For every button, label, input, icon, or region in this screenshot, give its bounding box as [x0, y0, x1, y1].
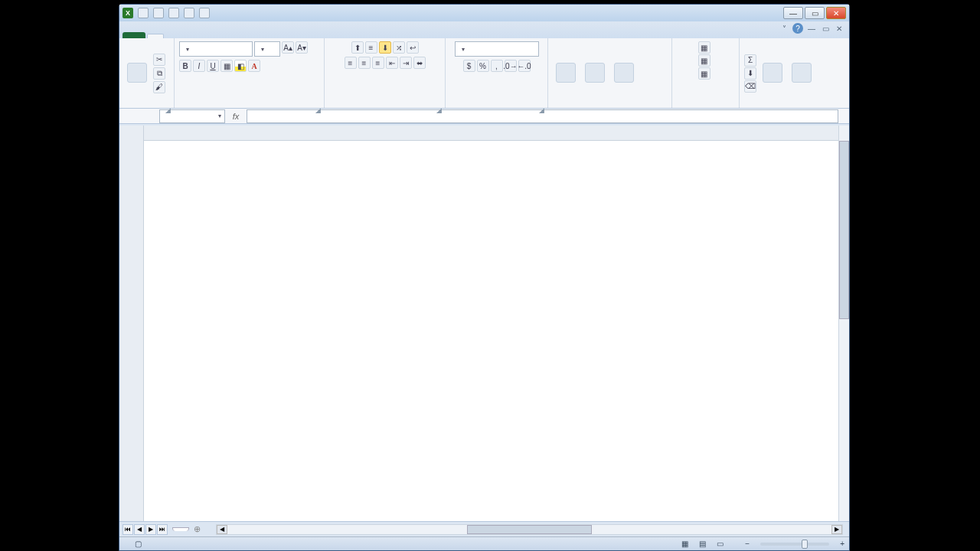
- group-label-alignment: ◢: [329, 105, 440, 106]
- sheet-tab-active[interactable]: [172, 527, 189, 531]
- merge-center-icon[interactable]: ⬌: [413, 57, 426, 69]
- conditional-formatting-button[interactable]: [553, 61, 579, 86]
- group-label-styles: [553, 105, 667, 106]
- grid[interactable]: [144, 126, 849, 521]
- status-bar: ▢ ▦ ▤ ▭ − +: [119, 536, 849, 550]
- align-middle-icon[interactable]: ≡: [365, 41, 377, 54]
- percent-format-icon[interactable]: %: [477, 60, 489, 72]
- tab-file[interactable]: [122, 32, 145, 38]
- conditional-formatting-icon: [556, 63, 576, 83]
- vertical-scrollbar[interactable]: [838, 126, 849, 521]
- new-sheet-icon[interactable]: ⊕: [194, 524, 201, 534]
- group-label-editing: [744, 105, 835, 106]
- align-bottom-icon[interactable]: ⬇: [379, 41, 391, 54]
- align-top-icon[interactable]: ⬆: [351, 41, 364, 54]
- undo-icon[interactable]: [153, 8, 164, 18]
- accounting-format-icon[interactable]: $: [463, 60, 475, 72]
- worksheet[interactable]: [119, 126, 849, 521]
- macro-record-icon[interactable]: ▢: [135, 540, 142, 548]
- vscroll-thumb[interactable]: [839, 141, 849, 319]
- group-label-font: ◢: [179, 105, 319, 106]
- clear-icon[interactable]: ⌫: [744, 80, 756, 93]
- tab-page-layout[interactable]: [184, 33, 201, 38]
- format-cells-icon[interactable]: ▦: [698, 67, 710, 80]
- hscroll-right[interactable]: ▶: [831, 525, 842, 534]
- tab-data[interactable]: [220, 33, 237, 38]
- hscroll-left[interactable]: ◀: [217, 525, 227, 534]
- font-name-combo[interactable]: ▾: [179, 41, 253, 57]
- minimize-button[interactable]: —: [783, 7, 803, 19]
- sheet-nav-first[interactable]: ⏮: [122, 524, 133, 535]
- border-button[interactable]: ▦: [220, 60, 233, 72]
- shrink-font-icon[interactable]: A▾: [296, 41, 308, 54]
- fx-icon[interactable]: fx: [230, 112, 242, 121]
- increase-decimal-icon[interactable]: .0→: [505, 60, 517, 72]
- ribbon-tabs: ˅ ? — ▭ ✕: [119, 21, 849, 38]
- tab-addins[interactable]: [276, 33, 292, 38]
- cut-icon[interactable]: ✂: [153, 54, 165, 66]
- increase-indent-icon[interactable]: ⇥: [400, 57, 412, 69]
- group-label-clipboard: ◢: [124, 105, 169, 106]
- redo-icon[interactable]: [168, 8, 179, 18]
- view-pagebreak-icon[interactable]: ▭: [717, 540, 724, 548]
- find-select-button[interactable]: [789, 61, 815, 86]
- tab-insert[interactable]: [165, 33, 182, 38]
- titlebar: X — ▭ ✕: [119, 5, 849, 21]
- group-label-cells: [677, 105, 734, 106]
- decrease-decimal-icon[interactable]: ←.0: [518, 60, 531, 72]
- sheet-nav-prev[interactable]: ◀: [134, 524, 145, 535]
- tab-view[interactable]: [257, 33, 274, 38]
- delete-cells-icon[interactable]: ▦: [698, 54, 710, 67]
- save-icon[interactable]: [138, 8, 149, 18]
- comma-format-icon[interactable]: ,: [491, 60, 503, 72]
- formula-bar-row: ▾ fx: [119, 109, 849, 124]
- grow-font-icon[interactable]: A▴: [282, 41, 294, 54]
- tab-review[interactable]: [239, 33, 256, 38]
- orientation-icon[interactable]: ⤮: [393, 41, 405, 54]
- tab-formulas[interactable]: [202, 33, 219, 38]
- horizontal-scrollbar[interactable]: ◀ ▶: [216, 524, 843, 535]
- view-layout-icon[interactable]: ▤: [699, 540, 706, 548]
- doc-close-icon[interactable]: ✕: [834, 23, 844, 34]
- sort-filter-button[interactable]: [760, 61, 786, 86]
- font-color-button[interactable]: A: [248, 60, 260, 72]
- zoom-out-button[interactable]: −: [745, 540, 750, 548]
- format-as-table-icon: [585, 63, 605, 83]
- sort-filter-icon: [763, 63, 782, 83]
- cell-styles-button[interactable]: [611, 61, 637, 86]
- fill-icon[interactable]: ⬇: [744, 67, 756, 80]
- hscroll-thumb[interactable]: [467, 525, 592, 534]
- maximize-button[interactable]: ▭: [805, 7, 825, 19]
- decrease-indent-icon[interactable]: ⇤: [386, 57, 398, 69]
- qat-item[interactable]: [199, 8, 210, 18]
- minimize-ribbon-icon[interactable]: ˅: [779, 23, 789, 34]
- view-normal-icon[interactable]: ▦: [681, 540, 688, 548]
- zoom-in-button[interactable]: +: [840, 540, 844, 548]
- insert-cells-icon[interactable]: ▦: [698, 41, 710, 54]
- align-center-icon[interactable]: ≡: [358, 57, 371, 69]
- zoom-slider-thumb[interactable]: [802, 540, 808, 549]
- zoom-slider[interactable]: [760, 543, 829, 546]
- doc-restore-icon[interactable]: ▭: [820, 23, 831, 34]
- number-format-combo[interactable]: ▾: [455, 41, 539, 57]
- italic-button[interactable]: I: [193, 60, 205, 72]
- paste-button[interactable]: [124, 61, 150, 86]
- format-painter-icon[interactable]: 🖌: [153, 81, 165, 93]
- bold-button[interactable]: B: [179, 60, 191, 72]
- copy-icon[interactable]: ⧉: [153, 67, 165, 80]
- font-size-combo[interactable]: ▾: [254, 41, 280, 57]
- sheet-nav-next[interactable]: ▶: [145, 524, 156, 535]
- underline-button[interactable]: U: [207, 60, 219, 72]
- align-left-icon[interactable]: ≡: [345, 57, 357, 69]
- autosum-icon[interactable]: Σ: [744, 54, 756, 67]
- tab-home[interactable]: [147, 34, 164, 38]
- format-as-table-button[interactable]: [582, 61, 608, 86]
- help-icon[interactable]: ?: [792, 23, 803, 34]
- sheet-nav-last[interactable]: ⏭: [157, 524, 168, 535]
- wrap-text-icon[interactable]: ↩: [407, 41, 419, 54]
- close-button[interactable]: ✕: [826, 7, 846, 19]
- align-right-icon[interactable]: ≡: [372, 57, 384, 69]
- fill-color-button[interactable]: ◧: [234, 60, 247, 72]
- qat-item[interactable]: [184, 8, 194, 18]
- doc-minimize-icon[interactable]: —: [806, 23, 817, 34]
